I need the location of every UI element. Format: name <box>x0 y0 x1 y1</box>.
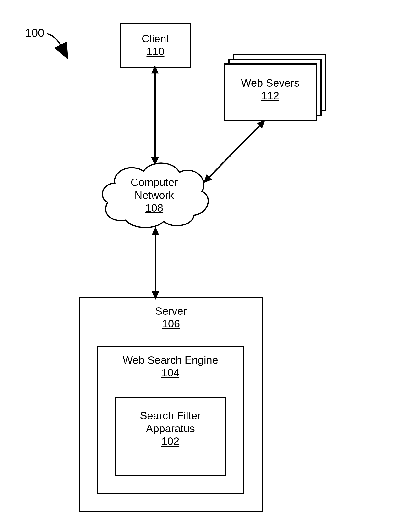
diagram-canvas: 100 Client 110 Web Severs 112 Computer N… <box>0 0 396 532</box>
webservers-title: Web Severs <box>241 77 299 89</box>
apparatus-box: Search Filter Apparatus 102 <box>115 397 226 476</box>
network-line2: Network <box>97 189 212 202</box>
webservers-box: Web Severs 112 <box>224 63 317 121</box>
client-box: Client 110 <box>120 23 191 68</box>
arrow-network-webservers <box>208 124 261 178</box>
engine-box: Web Search Engine 104 Search Filter Appa… <box>97 346 244 494</box>
server-title: Server <box>80 305 262 318</box>
client-num: 110 <box>146 45 164 58</box>
server-num: 106 <box>80 318 262 330</box>
webservers-num: 112 <box>261 89 279 102</box>
engine-title: Web Search Engine <box>98 354 243 367</box>
figure-number: 100 <box>25 26 44 40</box>
apparatus-line1: Search Filter <box>140 409 201 422</box>
client-title: Client <box>142 32 169 45</box>
apparatus-num: 102 <box>161 435 179 448</box>
network-num: 108 <box>97 202 212 214</box>
apparatus-line2: Apparatus <box>146 422 195 435</box>
server-box: Server 106 Web Search Engine 104 Search … <box>79 297 263 512</box>
network-line1: Computer <box>97 176 212 189</box>
network-cloud: Computer Network 108 <box>97 153 212 232</box>
engine-num: 104 <box>98 367 243 379</box>
